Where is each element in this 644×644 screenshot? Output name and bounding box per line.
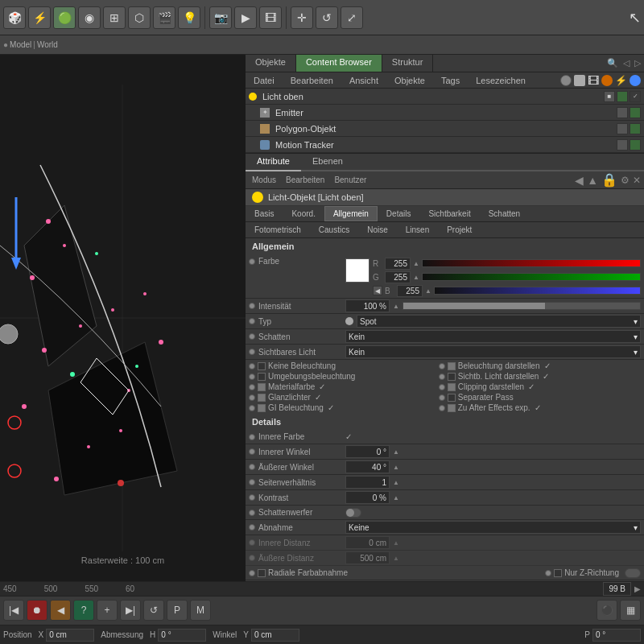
tool-cube[interactable]: 🎲 bbox=[3, 6, 26, 29]
tool-rotate[interactable]: ↺ bbox=[316, 6, 338, 29]
chk-materialfarbe[interactable]: Materialfarbe ✓ bbox=[249, 382, 437, 391]
bt-record[interactable]: ⏺ bbox=[27, 600, 47, 621]
intensitaet-arrow[interactable]: ▲ bbox=[393, 303, 399, 310]
seiten-input[interactable] bbox=[345, 476, 390, 489]
menu-lesezeichen[interactable]: Lesezeichen bbox=[471, 74, 530, 87]
seiten-arrow[interactable]: ▲ bbox=[393, 479, 399, 486]
chk-7[interactable] bbox=[448, 394, 456, 402]
rend3[interactable] bbox=[630, 123, 641, 134]
tab-struktur[interactable]: Struktur bbox=[382, 55, 434, 72]
schatten-dropdown[interactable]: Kein ▾ bbox=[345, 330, 641, 343]
tool-cam[interactable]: 📷 bbox=[209, 6, 232, 29]
z-richtung-chk[interactable] bbox=[554, 569, 562, 577]
radiale-chk[interactable] bbox=[258, 569, 266, 577]
bt-icon-r1[interactable]: ⚫ bbox=[597, 600, 617, 621]
obj-row-tracker[interactable]: Motion Tracker bbox=[246, 137, 644, 153]
menu-bearbeiten[interactable]: Bearbeiten bbox=[286, 74, 338, 87]
tool-sphere[interactable]: ⬡ bbox=[128, 6, 151, 29]
rend4[interactable] bbox=[630, 139, 641, 151]
obj-row-emitter[interactable]: ✦ Emitter bbox=[246, 105, 644, 121]
bt-icon-r2[interactable]: ▦ bbox=[620, 600, 641, 621]
tab-objekte[interactable]: Objekte bbox=[246, 55, 296, 72]
attr-benutzer[interactable]: Benutzer bbox=[331, 174, 369, 186]
vis3[interactable] bbox=[617, 123, 628, 134]
b-bar[interactable] bbox=[434, 287, 641, 295]
chk-5[interactable] bbox=[448, 383, 456, 391]
z-toggle[interactable] bbox=[625, 568, 641, 578]
rend2[interactable] bbox=[630, 107, 641, 118]
prop-tab-schatten[interactable]: Schatten bbox=[480, 206, 529, 221]
typ-dropdown[interactable]: Spot ▾ bbox=[357, 315, 641, 328]
lock-icon2[interactable]: 🔒 bbox=[601, 172, 617, 188]
chk-1[interactable] bbox=[448, 362, 456, 370]
attr-bearbeiten[interactable]: Bearbeiten bbox=[283, 174, 328, 186]
bt-loop[interactable]: ↺ bbox=[143, 600, 164, 621]
innere-distanz-arrow[interactable]: ▲ bbox=[393, 539, 399, 547]
kontrast-arrow[interactable]: ▲ bbox=[393, 494, 399, 502]
chk-2[interactable] bbox=[258, 373, 266, 381]
chk-beleuchtung[interactable]: Beleuchtung darstellen ✓ bbox=[439, 361, 627, 370]
bt-help[interactable]: ? bbox=[73, 600, 94, 621]
bt-next-key[interactable]: ▶| bbox=[120, 600, 141, 621]
prop-tab-caustics[interactable]: Caustics bbox=[310, 222, 358, 237]
tool-target[interactable]: ◉ bbox=[78, 6, 101, 29]
attr-modus[interactable]: Modus bbox=[249, 174, 279, 186]
nav-back-icon[interactable]: ◁ bbox=[623, 58, 630, 68]
aeusserer-winkel-arrow[interactable]: ▲ bbox=[393, 464, 399, 471]
menu-objekte[interactable]: Objekte bbox=[390, 74, 430, 87]
prop-tab-basis[interactable]: Basis bbox=[246, 206, 283, 221]
chk-clipping[interactable]: Clipping darstellen ✓ bbox=[439, 382, 627, 391]
g-bar[interactable] bbox=[422, 273, 641, 281]
r-arrow[interactable]: ▲ bbox=[413, 260, 419, 267]
chk-8[interactable] bbox=[258, 404, 266, 412]
scroll-right[interactable]: ▶ bbox=[634, 584, 641, 593]
tool-anim[interactable]: 🎞 bbox=[259, 6, 282, 29]
aeussere-distanz-input[interactable] bbox=[345, 551, 390, 564]
obj-row-licht[interactable]: Licht oben ■ ✓ bbox=[246, 89, 644, 105]
menu-tags[interactable]: Tags bbox=[436, 74, 464, 87]
render-icon[interactable] bbox=[617, 91, 628, 102]
tool-film[interactable]: 🎬 bbox=[153, 6, 175, 29]
attr-tab-ebenen[interactable]: Ebenen bbox=[301, 154, 354, 170]
chk-ae[interactable]: Zu After Effects exp. ✓ bbox=[439, 403, 627, 412]
prop-tab-fotometrisch[interactable]: Fotometrisch bbox=[246, 222, 310, 237]
vis4[interactable] bbox=[617, 139, 628, 151]
nav-fwd-icon[interactable]: ▷ bbox=[634, 58, 641, 68]
intensitaet-input[interactable] bbox=[345, 299, 390, 312]
r-bar[interactable] bbox=[422, 259, 641, 267]
gear-icon[interactable]: ⚙ bbox=[621, 175, 630, 186]
chk-keine-beleuchtung[interactable]: Keine Beleuchtung bbox=[249, 361, 437, 370]
chk-umgebung[interactable]: Umgebungsbeleuchtung bbox=[249, 372, 437, 381]
tool-box[interactable]: 🟢 bbox=[53, 6, 76, 29]
aeusserer-winkel-input[interactable] bbox=[345, 460, 390, 473]
sichtbares-dropdown[interactable]: Kein ▾ bbox=[345, 345, 641, 358]
menu-ansicht[interactable]: Ansicht bbox=[345, 74, 383, 87]
schatten-toggle[interactable] bbox=[345, 508, 361, 518]
chk-sichtb[interactable]: Sichtb. Licht darstellen ✓ bbox=[439, 372, 627, 381]
abnahme-dropdown[interactable]: Keine ▾ bbox=[345, 521, 641, 534]
tool-render[interactable]: ▶ bbox=[234, 6, 257, 29]
chk-3[interactable] bbox=[448, 373, 456, 381]
bt-play-back[interactable]: ◀ bbox=[50, 600, 71, 621]
mode-btn[interactable]: Model bbox=[10, 40, 31, 49]
b-input[interactable] bbox=[397, 285, 423, 297]
y-input[interactable] bbox=[251, 629, 299, 642]
aeussere-distanz-arrow[interactable]: ▲ bbox=[393, 555, 399, 562]
tool-bolt[interactable]: ⚡ bbox=[28, 6, 51, 29]
viewport[interactable]: Rasterweite : 100 cm bbox=[0, 55, 246, 581]
prop-tab-projekt[interactable]: Projekt bbox=[438, 222, 481, 237]
intensitaet-bar[interactable] bbox=[402, 302, 641, 310]
chk-sep-pass[interactable]: Separater Pass bbox=[439, 393, 627, 402]
prop-tab-noise[interactable]: Noise bbox=[358, 222, 397, 237]
chk-gi[interactable]: GI Beleuchtung ✓ bbox=[249, 403, 437, 412]
x-input[interactable] bbox=[46, 629, 94, 642]
chk-glanzlichter[interactable]: Glanzlichter ✓ bbox=[249, 393, 437, 402]
close-icon[interactable]: ✕ bbox=[633, 175, 641, 186]
innerer-winkel-arrow[interactable]: ▲ bbox=[393, 448, 399, 456]
lock-icon[interactable]: ✓ bbox=[630, 91, 641, 102]
tool-light[interactable]: 💡 bbox=[178, 6, 200, 29]
bt-prev-key[interactable]: |◀ bbox=[3, 600, 24, 621]
r-input[interactable] bbox=[385, 258, 411, 270]
axis-btn[interactable]: World bbox=[37, 40, 58, 49]
chk-9[interactable] bbox=[448, 404, 456, 412]
